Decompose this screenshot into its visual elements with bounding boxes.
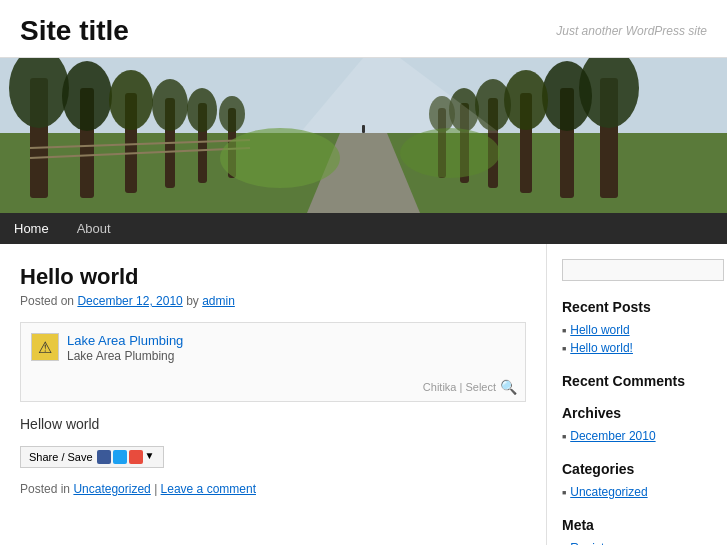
archives-title: Archives (562, 405, 712, 421)
nav-link-about[interactable]: About (63, 213, 125, 244)
svg-point-33 (400, 128, 500, 178)
post-date[interactable]: December 12, 2010 (77, 294, 182, 308)
post-content: Hellow world (20, 416, 526, 432)
svg-point-11 (152, 79, 188, 131)
recent-comments-section: Recent Comments (562, 373, 712, 389)
nav-link-home[interactable]: Home (0, 213, 63, 244)
meta-title: Meta (562, 517, 712, 533)
svg-point-19 (542, 61, 592, 131)
svg-point-7 (62, 61, 112, 131)
meta-link-register[interactable]: Register (570, 541, 615, 545)
svg-rect-31 (362, 125, 365, 133)
share-button[interactable]: Share / Save ▼ (20, 446, 164, 468)
svg-point-15 (219, 96, 245, 132)
ad-subtext: Lake Area Plumbing (67, 349, 183, 363)
more-icon: ▼ (145, 450, 155, 464)
post-author[interactable]: admin (202, 294, 235, 308)
archives-list: December 2010 (562, 427, 712, 445)
list-item: Uncategorized (562, 483, 712, 501)
svg-point-9 (109, 70, 153, 130)
ad-footer-text: Chitika | Select (423, 381, 496, 393)
svg-point-13 (187, 88, 217, 132)
list-item: December 2010 (562, 427, 712, 445)
archives-section: Archives December 2010 (562, 405, 712, 445)
list-item: Hello world (562, 321, 712, 339)
recent-post-link-2[interactable]: Hello world! (570, 341, 633, 355)
category-link[interactable]: Uncategorized (73, 482, 150, 496)
post-title: Hello world (20, 264, 526, 290)
recent-posts-section: Recent Posts Hello world Hello world! (562, 299, 712, 357)
share-bar: Share / Save ▼ (20, 446, 526, 468)
blog-post: Hello world Posted on December 12, 2010 … (20, 264, 526, 496)
share-icons: ▼ (97, 450, 155, 464)
facebook-icon (97, 450, 111, 464)
svg-point-32 (220, 128, 340, 188)
meta-list: Register Log in Entries RSS Comments RSS (562, 539, 712, 545)
tagline: Just another WordPress site (556, 24, 707, 38)
nav-item-home[interactable]: Home (0, 213, 63, 244)
recent-comments-title: Recent Comments (562, 373, 712, 389)
meta-section: Meta Register Log in Entries RSS Comment… (562, 517, 712, 545)
ad-footer: Chitika | Select 🔍 (423, 379, 517, 395)
posted-in-label: Posted in (20, 482, 70, 496)
separator: | (154, 482, 157, 496)
navigation: Home About (0, 213, 727, 244)
category-link-1[interactable]: Uncategorized (570, 485, 647, 499)
sidebar-search: Search (562, 259, 712, 281)
recent-posts-title: Recent Posts (562, 299, 712, 315)
ad-box: ⚠ Lake Area Plumbing Lake Area Plumbing … (20, 322, 526, 402)
categories-section: Categories Uncategorized (562, 461, 712, 501)
site-title: Site title (20, 15, 129, 47)
ad-icon: ⚠ (31, 333, 59, 361)
ad-search-icon: 🔍 (500, 379, 517, 395)
by-label: by (186, 294, 199, 308)
categories-list: Uncategorized (562, 483, 712, 501)
ad-link[interactable]: Lake Area Plumbing (67, 333, 183, 348)
leave-comment-link[interactable]: Leave a comment (161, 482, 256, 496)
googleplus-icon (129, 450, 143, 464)
recent-post-link-1[interactable]: Hello world (570, 323, 629, 337)
share-label: Share / Save (29, 451, 93, 463)
list-item: Register (562, 539, 712, 545)
post-footer: Posted in Uncategorized | Leave a commen… (20, 482, 526, 496)
posted-on-label: Posted on (20, 294, 74, 308)
list-item: Hello world! (562, 339, 712, 357)
search-input[interactable] (562, 259, 724, 281)
archive-link-1[interactable]: December 2010 (570, 429, 655, 443)
recent-posts-list: Hello world Hello world! (562, 321, 712, 357)
hero-image (0, 58, 727, 213)
nav-item-about[interactable]: About (63, 213, 125, 244)
sidebar: Search Recent Posts Hello world Hello wo… (547, 244, 727, 545)
categories-title: Categories (562, 461, 712, 477)
twitter-icon (113, 450, 127, 464)
post-meta: Posted on December 12, 2010 by admin (20, 294, 526, 308)
main-content: Hello world Posted on December 12, 2010 … (0, 244, 547, 545)
